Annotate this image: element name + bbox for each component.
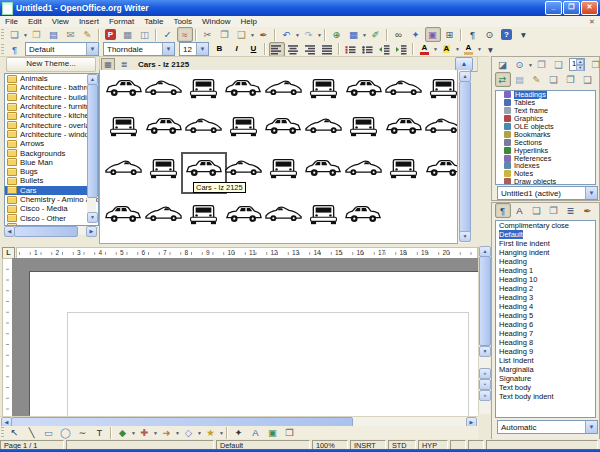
- style-item[interactable]: Marginalia: [496, 365, 595, 374]
- theme-item[interactable]: Cisco - Media: [5, 204, 98, 213]
- theme-item[interactable]: Arrows: [5, 139, 98, 148]
- style-item[interactable]: First line indent: [496, 239, 595, 248]
- gallery-car-item[interactable]: [265, 156, 302, 180]
- symbol-shapes-button[interactable]: ✚: [137, 425, 153, 440]
- menu-view[interactable]: View: [47, 16, 74, 27]
- chevron-down-icon[interactable]: ▼: [153, 430, 158, 436]
- font-color-button[interactable]: A: [417, 42, 433, 57]
- paste-button[interactable]: ❑: [234, 27, 250, 42]
- basic-shapes-button[interactable]: ◆: [115, 425, 131, 440]
- restore-button[interactable]: ❐: [563, 1, 580, 15]
- minimize-button[interactable]: _: [545, 1, 562, 15]
- heading-levels-button[interactable]: ▾: [597, 72, 600, 87]
- chevron-down-icon[interactable]: ▼: [477, 46, 482, 52]
- italic-button[interactable]: I: [229, 42, 245, 57]
- navigator-item-draw-objects[interactable]: Draw objects: [496, 178, 595, 185]
- style-item[interactable]: List Indent: [496, 356, 595, 365]
- undo-button[interactable]: ↶: [279, 27, 295, 42]
- toolbar-grip[interactable]: [1, 29, 4, 40]
- rectangle-button[interactable]: ▭: [41, 425, 57, 440]
- styles-filter-combo[interactable]: Automatic ▼: [497, 420, 598, 434]
- chevron-down-icon[interactable]: ▼: [86, 43, 98, 55]
- extrusion-button[interactable]: ❒: [282, 425, 298, 440]
- gallery-car-item[interactable]: [345, 202, 382, 226]
- chevron-down-icon[interactable]: ▼: [528, 62, 533, 68]
- content-view-button[interactable]: ⇄: [495, 72, 511, 87]
- gallery-car-item[interactable]: [225, 114, 262, 138]
- gallery-car-item[interactable]: [225, 156, 262, 180]
- style-item[interactable]: Default: [496, 230, 595, 239]
- align-justify-button[interactable]: [320, 42, 336, 57]
- styles-window-button[interactable]: ¶: [7, 42, 23, 57]
- navigator-item-references[interactable]: References: [496, 154, 595, 162]
- gallery-car-item[interactable]: [185, 202, 222, 226]
- fill-format-mode-button[interactable]: ✒: [580, 203, 596, 218]
- document-page[interactable]: [30, 272, 478, 416]
- bullets-button[interactable]: [360, 42, 376, 57]
- gallery-car-item[interactable]: [185, 76, 222, 100]
- chevron-down-icon[interactable]: ▼: [196, 43, 208, 55]
- style-item[interactable]: Heading 4: [496, 302, 595, 311]
- chevron-down-icon[interactable]: ▼: [317, 32, 322, 38]
- navigator-button[interactable]: ✦: [408, 27, 424, 42]
- block-arrows-button[interactable]: ➜: [159, 425, 175, 440]
- ellipse-button[interactable]: ◯: [58, 425, 74, 440]
- anchor-text-button[interactable]: ✎: [529, 72, 545, 87]
- menu-window[interactable]: Window: [197, 16, 235, 27]
- open-button[interactable]: ❒: [29, 27, 45, 42]
- increase-indent-button[interactable]: [394, 42, 410, 57]
- gallery-car-item[interactable]: [385, 156, 422, 180]
- text-box-button[interactable]: T: [92, 425, 108, 440]
- theme-item[interactable]: Architecture - kitchen: [5, 111, 98, 120]
- navigation-dot-button[interactable]: •: [479, 379, 491, 390]
- align-right-button[interactable]: [303, 42, 319, 57]
- flowchart-button[interactable]: ◇: [181, 425, 197, 440]
- theme-item[interactable]: Architecture - buildings: [5, 93, 98, 102]
- font-name-combo[interactable]: Thorndale ▼: [103, 42, 175, 56]
- chevron-down-icon[interactable]: ▼: [250, 32, 255, 38]
- style-item[interactable]: Heading 6: [496, 320, 595, 329]
- new-theme-button[interactable]: New Theme...: [6, 57, 96, 72]
- navigator-document-combo[interactable]: Untitled1 (active) ▼: [497, 186, 598, 200]
- points-button[interactable]: ✦: [231, 425, 247, 440]
- gallery-car-item[interactable]: [185, 114, 222, 138]
- page-number-spinner[interactable]: 1 ▲▼: [569, 58, 585, 71]
- close-document-icon[interactable]: ✕: [587, 18, 597, 26]
- paragraph-styles-button[interactable]: ¶: [495, 203, 511, 218]
- gallery-car-item[interactable]: [345, 156, 382, 180]
- spellcheck-button[interactable]: ✓: [160, 27, 176, 42]
- footer-button[interactable]: ❐: [563, 72, 579, 87]
- edit-file-button[interactable]: ✎: [80, 27, 96, 42]
- gallery-car-item[interactable]: [425, 156, 458, 180]
- underline-button[interactable]: U: [246, 42, 262, 57]
- find-replace-button[interactable]: ∞: [391, 27, 407, 42]
- next-page-button[interactable]: »: [479, 390, 491, 401]
- gallery-car-item[interactable]: [265, 202, 302, 226]
- chevron-down-icon[interactable]: ▼: [455, 46, 460, 52]
- style-item[interactable]: Text body: [496, 383, 595, 392]
- line-button[interactable]: ╲: [24, 425, 40, 440]
- chevron-down-icon[interactable]: ▼: [219, 430, 224, 436]
- gallery-car-item[interactable]: [305, 202, 342, 226]
- frame-styles-button[interactable]: ❏: [529, 203, 545, 218]
- gallery-car-item[interactable]: [105, 156, 142, 180]
- gallery-car-item[interactable]: [385, 76, 422, 100]
- close-button[interactable]: ✕: [581, 1, 598, 15]
- cut-button[interactable]: ✂: [200, 27, 216, 42]
- menu-insert[interactable]: Insert: [74, 16, 104, 27]
- theme-item[interactable]: Bullets: [5, 176, 98, 185]
- gallery-detail-view-button[interactable]: ≣: [117, 58, 131, 71]
- copy-button[interactable]: ❐: [217, 27, 233, 42]
- theme-item[interactable]: Bugs: [5, 167, 98, 176]
- gallery-car-item[interactable]: [305, 114, 342, 138]
- theme-item[interactable]: Architecture - overlay: [5, 120, 98, 129]
- toolbar-grip[interactable]: [1, 44, 4, 55]
- align-center-button[interactable]: [286, 42, 302, 57]
- chevron-down-icon[interactable]: ▼: [585, 421, 597, 433]
- navigator-item-indexes[interactable]: Indexes: [496, 162, 595, 170]
- auto-spellcheck-button[interactable]: ≈: [177, 27, 193, 42]
- gallery-car-item[interactable]: [225, 202, 262, 226]
- document-as-email-button[interactable]: ✉: [63, 27, 79, 42]
- gallery-car-item[interactable]: [305, 156, 342, 180]
- new-style-from-selection-button[interactable]: ❒: [597, 203, 600, 218]
